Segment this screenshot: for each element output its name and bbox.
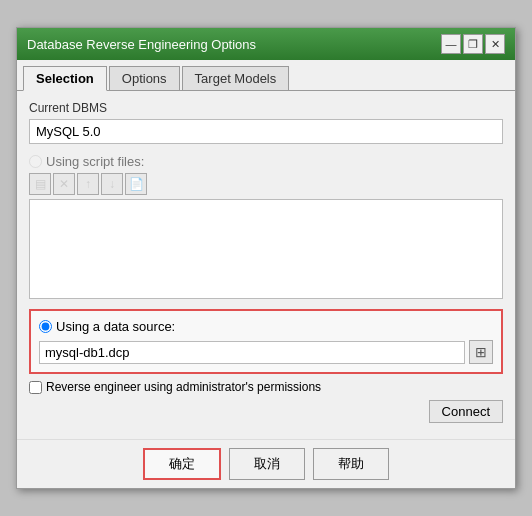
script-list: [29, 199, 503, 299]
current-dbms-label: Current DBMS: [29, 101, 503, 115]
browse-button[interactable]: ⊞: [469, 340, 493, 364]
remove-script-button[interactable]: ✕: [53, 173, 75, 195]
connect-button[interactable]: Connect: [429, 400, 503, 423]
script-files-row: Using script files:: [29, 154, 503, 169]
admin-permissions-checkbox[interactable]: [29, 381, 42, 394]
datasource-section: Using a data source: ⊞: [29, 309, 503, 374]
tab-content: Current DBMS MySQL 5.0 Using script file…: [17, 91, 515, 439]
tab-target-models[interactable]: Target Models: [182, 66, 290, 90]
move-down-button[interactable]: ↓: [101, 173, 123, 195]
ok-button[interactable]: 确定: [143, 448, 221, 480]
bottom-bar: 确定 取消 帮助: [17, 439, 515, 488]
add-icon: ▤: [35, 177, 46, 191]
close-button[interactable]: ✕: [485, 34, 505, 54]
script-files-label: Using script files:: [46, 154, 144, 169]
datasource-input[interactable]: [39, 341, 465, 364]
move-up-button[interactable]: ↑: [77, 173, 99, 195]
script-file-button[interactable]: 📄: [125, 173, 147, 195]
browse-icon: ⊞: [475, 344, 487, 360]
datasource-input-row: ⊞: [39, 340, 493, 364]
title-controls: — ❐ ✕: [441, 34, 505, 54]
cancel-button[interactable]: 取消: [229, 448, 305, 480]
script-icon: 📄: [129, 177, 144, 191]
datasource-radio-row: Using a data source:: [39, 319, 493, 334]
datasource-label: Using a data source:: [56, 319, 175, 334]
admin-permissions-row: Reverse engineer using administrator's p…: [29, 380, 503, 394]
window-title: Database Reverse Engineering Options: [27, 37, 256, 52]
current-dbms-value: MySQL 5.0: [29, 119, 503, 144]
remove-icon: ✕: [59, 177, 69, 191]
script-files-radio[interactable]: [29, 155, 42, 168]
connect-row: Connect: [29, 400, 503, 423]
down-icon: ↓: [109, 177, 115, 191]
tab-bar: Selection Options Target Models: [17, 60, 515, 91]
dialog-window: Database Reverse Engineering Options — ❐…: [16, 27, 516, 489]
up-icon: ↑: [85, 177, 91, 191]
help-button[interactable]: 帮助: [313, 448, 389, 480]
datasource-radio[interactable]: [39, 320, 52, 333]
tab-options[interactable]: Options: [109, 66, 180, 90]
minimize-button[interactable]: —: [441, 34, 461, 54]
restore-button[interactable]: ❐: [463, 34, 483, 54]
tab-selection[interactable]: Selection: [23, 66, 107, 91]
script-toolbar: ▤ ✕ ↑ ↓ 📄: [29, 173, 503, 195]
add-script-button[interactable]: ▤: [29, 173, 51, 195]
admin-permissions-label: Reverse engineer using administrator's p…: [46, 380, 321, 394]
title-bar: Database Reverse Engineering Options — ❐…: [17, 28, 515, 60]
